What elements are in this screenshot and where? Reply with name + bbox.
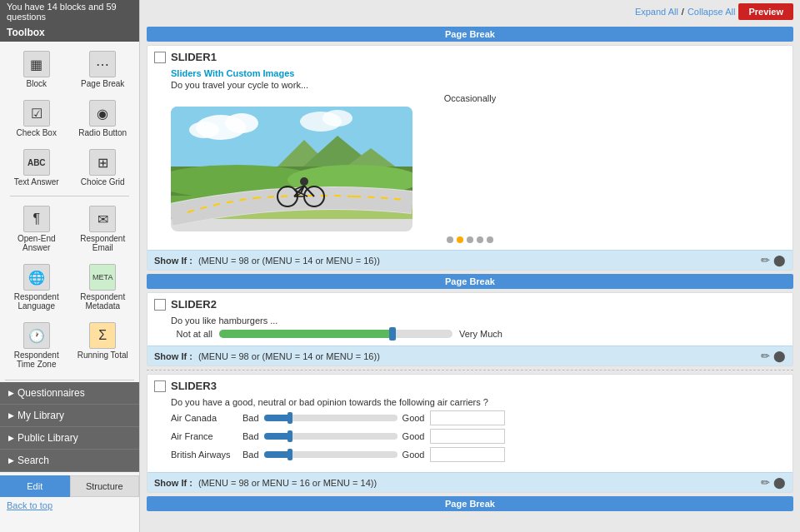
tool-radio-button[interactable]: ◉ Radio Button: [72, 96, 135, 142]
sidebar-tabs: Edit Structure: [0, 475, 139, 497]
slider2-checkbox[interactable]: [154, 299, 166, 311]
tool-respondent-time-zone-label: Respondent Time Zone: [9, 351, 64, 369]
arrow-icon4: ▶: [8, 456, 14, 465]
tool-choice-grid[interactable]: ⊞ Choice Grid: [72, 145, 135, 191]
tab-edit-label: Edit: [27, 481, 42, 491]
edit-icon-3[interactable]: ✏: [761, 476, 770, 489]
dot-5[interactable]: [487, 236, 493, 243]
arrow-icon: ▶: [8, 389, 14, 397]
back-to-top-link[interactable]: Back to top: [0, 497, 139, 514]
tool-text-answer[interactable]: ABC Text Answer: [5, 145, 68, 191]
thumb-2[interactable]: [288, 430, 292, 442]
slider1-checkbox[interactable]: [154, 52, 166, 63]
thumb-1[interactable]: [288, 412, 292, 424]
page-break-top: Page Break: [147, 27, 793, 42]
back-to-top-text: Back to top: [7, 500, 52, 510]
dashed-divider: [147, 370, 793, 370]
delete-icon-1[interactable]: ⬤: [773, 254, 786, 266]
slider2-track[interactable]: [219, 330, 452, 338]
check-box-icon: ☑: [23, 100, 50, 127]
delete-icon-3[interactable]: ⬤: [773, 476, 786, 489]
fill-1: [264, 415, 291, 421]
tool-page-break[interactable]: ⋯ Page Break: [72, 47, 135, 92]
nav-search-label: Search: [18, 455, 49, 466]
dot-4[interactable]: [477, 236, 483, 243]
choice-grid-icon: ⊞: [89, 149, 116, 176]
edit-icon-1[interactable]: ✏: [761, 254, 770, 266]
airline-3: British Airways: [171, 450, 238, 460]
dot-1[interactable]: [447, 236, 453, 243]
track-3[interactable]: [264, 451, 398, 458]
tool-respondent-language[interactable]: 🌐 Respondent Language: [5, 260, 68, 315]
show-if-text-2: (MENU = 98 or (MENU = 14 or MENU = 16)): [198, 351, 380, 361]
nav-public-library-label: Public Library: [18, 432, 78, 444]
show-if-text-1: (MENU = 98 or (MENU = 14 or MENU = 16)): [198, 256, 380, 266]
main-content: Expand All / Collapse All Preview Page B…: [140, 0, 800, 532]
good-label-2: Good: [402, 431, 425, 441]
slider2-title: SLIDER2: [171, 298, 217, 311]
thumb-3[interactable]: [288, 449, 292, 460]
dot-2[interactable]: [457, 236, 463, 243]
collapse-all-link[interactable]: Collapse All: [688, 7, 735, 17]
page-break-bottom: Page Break: [147, 496, 793, 511]
tab-structure[interactable]: Structure: [70, 475, 140, 497]
nav-search[interactable]: ▶ Search: [0, 450, 139, 472]
preview-button[interactable]: Preview: [738, 3, 793, 20]
content-area: Page Break SLIDER1 Sliders With Custom I…: [140, 27, 800, 521]
show-if-label-1: Show If :: [154, 256, 192, 266]
track-2[interactable]: [264, 433, 398, 440]
good-label-3: Good: [402, 450, 425, 460]
page-break-icon: ⋯: [89, 51, 116, 77]
svg-point-15: [300, 177, 308, 186]
show-if-icons-3: ✏ ⬤: [761, 476, 786, 489]
fill-2: [264, 433, 291, 440]
tool-respondent-metadata[interactable]: META Respondent Metadata: [72, 260, 135, 315]
separator: /: [682, 7, 684, 17]
tool-open-end-answer[interactable]: ¶ Open-End Answer: [5, 201, 68, 256]
svg-point-5: [322, 110, 352, 127]
input-1[interactable]: [430, 410, 505, 425]
tool-check-box-label: Check Box: [17, 128, 57, 137]
bad-label-3: Bad: [242, 450, 259, 460]
divider: [10, 196, 129, 196]
divider2: [5, 380, 134, 380]
tab-edit[interactable]: Edit: [0, 475, 70, 497]
nav-my-library[interactable]: ▶ My Library: [0, 405, 139, 427]
tool-respondent-email[interactable]: ✉ Respondent Email: [72, 201, 135, 256]
airline-1: Air Canada: [171, 413, 238, 423]
block-icon: ▦: [23, 51, 50, 77]
dot-3[interactable]: [467, 236, 473, 243]
slider3-checkbox[interactable]: [154, 380, 166, 392]
tool-running-total[interactable]: Σ Running Total: [72, 318, 135, 373]
sidebar: You have 14 blocks and 59 questions Tool…: [0, 0, 140, 532]
slider2-label-right: Very Much: [459, 329, 502, 339]
input-3[interactable]: [430, 447, 505, 462]
slider3-title: SLIDER3: [171, 380, 217, 392]
edit-icon-2[interactable]: ✏: [761, 350, 770, 362]
nav-public-library[interactable]: ▶ Public Library: [0, 427, 139, 450]
track-1[interactable]: [264, 415, 398, 421]
respondent-language-icon: 🌐: [23, 264, 50, 291]
expand-all-link[interactable]: Expand All: [635, 7, 678, 17]
airline-2: Air France: [171, 431, 238, 441]
nav-questionnaires[interactable]: ▶ Questionnaires: [0, 382, 139, 405]
tool-running-total-label: Running Total: [78, 351, 128, 360]
input-2[interactable]: [430, 429, 505, 444]
slider1-content: Occasionally: [148, 93, 792, 250]
slider2-label-left: Not at all: [171, 329, 212, 339]
svg-point-2: [225, 113, 258, 133]
tool-block[interactable]: ▦ Block: [5, 47, 68, 92]
good-label-1: Good: [402, 413, 425, 423]
show-if-content: Show If : (MENU = 98 or (MENU = 14 or ME…: [154, 256, 380, 266]
slider2-thumb[interactable]: [389, 327, 396, 341]
delete-icon-2[interactable]: ⬤: [773, 350, 786, 362]
bad-label-2: Bad: [242, 431, 259, 441]
tool-respondent-metadata-label: Respondent Metadata: [76, 292, 131, 311]
tool-respondent-time-zone[interactable]: 🕐 Respondent Time Zone: [5, 318, 68, 373]
slider3-show-if: Show If : (MENU = 98 or MENU = 16 or MEN…: [148, 472, 792, 492]
tool-check-box[interactable]: ☑ Check Box: [5, 96, 68, 142]
slider1-title: SLIDER1: [171, 51, 217, 63]
slider1-show-if: Show If : (MENU = 98 or (MENU = 14 or ME…: [148, 250, 792, 270]
slider3-content: Air Canada Bad Good Air France Bad: [148, 410, 792, 472]
cycling-image: [171, 107, 412, 231]
